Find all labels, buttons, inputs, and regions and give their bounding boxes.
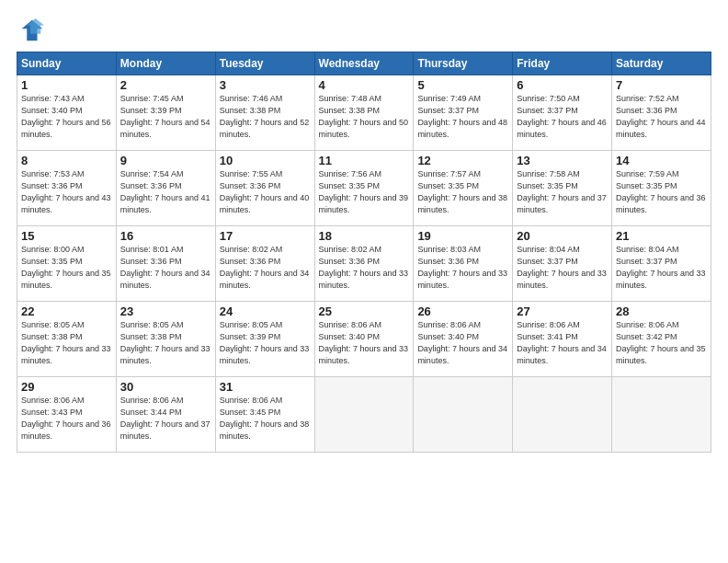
day-info: Sunrise: 7:52 AMSunset: 3:36 PMDaylight:… (616, 94, 706, 139)
day-cell: 17 Sunrise: 8:02 AMSunset: 3:36 PMDaylig… (215, 226, 314, 302)
day-number: 5 (417, 78, 508, 92)
day-number: 13 (517, 154, 608, 167)
day-cell: 19 Sunrise: 8:03 AMSunset: 3:36 PMDaylig… (414, 226, 513, 302)
day-number: 21 (616, 229, 707, 243)
day-cell: 13 Sunrise: 7:58 AMSunset: 3:35 PMDaylig… (513, 151, 612, 226)
day-info: Sunrise: 8:04 AMSunset: 3:37 PMDaylight:… (616, 245, 706, 290)
calendar-body: 1 Sunrise: 7:43 AMSunset: 3:40 PMDayligh… (17, 75, 711, 453)
day-number: 25 (319, 304, 410, 318)
day-cell (314, 377, 414, 453)
day-info: Sunrise: 7:45 AMSunset: 3:39 PMDaylight:… (120, 94, 210, 139)
page: SundayMondayTuesdayWednesdayThursdayFrid… (0, 0, 728, 563)
day-cell: 8 Sunrise: 7:53 AMSunset: 3:36 PMDayligh… (17, 151, 117, 226)
day-number: 31 (220, 380, 311, 394)
day-info: Sunrise: 7:43 AMSunset: 3:40 PMDaylight:… (21, 94, 111, 139)
week-row-1: 1 Sunrise: 7:43 AMSunset: 3:40 PMDayligh… (17, 75, 711, 151)
day-number: 15 (21, 229, 112, 243)
day-cell: 21 Sunrise: 8:04 AMSunset: 3:37 PMDaylig… (612, 226, 711, 302)
day-cell: 30 Sunrise: 8:06 AMSunset: 3:44 PMDaylig… (116, 377, 215, 453)
calendar-table: SundayMondayTuesdayWednesdayThursdayFrid… (17, 52, 711, 453)
day-number: 11 (319, 154, 410, 167)
day-info: Sunrise: 8:03 AMSunset: 3:36 PMDaylight:… (417, 245, 507, 290)
day-info: Sunrise: 7:56 AMSunset: 3:35 PMDaylight:… (319, 169, 409, 214)
day-number: 29 (21, 380, 112, 394)
weekday-header-row: SundayMondayTuesdayWednesdayThursdayFrid… (17, 52, 711, 75)
day-number: 28 (616, 304, 707, 318)
day-number: 9 (120, 154, 211, 167)
day-cell: 23 Sunrise: 8:05 AMSunset: 3:38 PMDaylig… (116, 302, 215, 377)
day-cell: 1 Sunrise: 7:43 AMSunset: 3:40 PMDayligh… (17, 75, 117, 151)
day-number: 6 (517, 78, 608, 92)
day-cell: 6 Sunrise: 7:50 AMSunset: 3:37 PMDayligh… (513, 75, 612, 151)
day-cell: 24 Sunrise: 8:05 AMSunset: 3:39 PMDaylig… (215, 302, 314, 377)
day-info: Sunrise: 7:53 AMSunset: 3:36 PMDaylight:… (21, 169, 111, 214)
day-info: Sunrise: 8:05 AMSunset: 3:39 PMDaylight:… (220, 320, 310, 365)
day-cell: 12 Sunrise: 7:57 AMSunset: 3:35 PMDaylig… (414, 151, 513, 226)
weekday-monday: Monday (116, 52, 215, 75)
week-row-4: 22 Sunrise: 8:05 AMSunset: 3:38 PMDaylig… (17, 302, 711, 377)
day-number: 27 (517, 304, 608, 318)
day-cell: 9 Sunrise: 7:54 AMSunset: 3:36 PMDayligh… (116, 151, 215, 226)
day-info: Sunrise: 8:05 AMSunset: 3:38 PMDaylight:… (21, 320, 111, 365)
day-number: 23 (120, 304, 211, 318)
day-number: 20 (517, 229, 608, 243)
day-info: Sunrise: 7:49 AMSunset: 3:37 PMDaylight:… (417, 94, 507, 139)
day-cell: 14 Sunrise: 7:59 AMSunset: 3:35 PMDaylig… (612, 151, 711, 226)
day-cell: 16 Sunrise: 8:01 AMSunset: 3:36 PMDaylig… (116, 226, 215, 302)
day-info: Sunrise: 8:06 AMSunset: 3:44 PMDaylight:… (120, 396, 210, 441)
day-cell: 29 Sunrise: 8:06 AMSunset: 3:43 PMDaylig… (17, 377, 117, 453)
week-row-3: 15 Sunrise: 8:00 AMSunset: 3:35 PMDaylig… (17, 226, 711, 302)
day-info: Sunrise: 7:59 AMSunset: 3:35 PMDaylight:… (616, 169, 706, 214)
day-number: 26 (417, 304, 508, 318)
day-info: Sunrise: 7:58 AMSunset: 3:35 PMDaylight:… (517, 169, 607, 214)
logo-icon (17, 17, 44, 44)
day-info: Sunrise: 8:04 AMSunset: 3:37 PMDaylight:… (517, 245, 607, 290)
day-cell: 4 Sunrise: 7:48 AMSunset: 3:38 PMDayligh… (314, 75, 414, 151)
day-cell: 7 Sunrise: 7:52 AMSunset: 3:36 PMDayligh… (612, 75, 711, 151)
day-info: Sunrise: 8:06 AMSunset: 3:43 PMDaylight:… (21, 396, 111, 441)
day-cell (612, 377, 711, 453)
day-info: Sunrise: 7:57 AMSunset: 3:35 PMDaylight:… (417, 169, 507, 214)
day-info: Sunrise: 8:06 AMSunset: 3:40 PMDaylight:… (319, 320, 409, 365)
day-cell: 2 Sunrise: 7:45 AMSunset: 3:39 PMDayligh… (116, 75, 215, 151)
week-row-5: 29 Sunrise: 8:06 AMSunset: 3:43 PMDaylig… (17, 377, 711, 453)
day-info: Sunrise: 8:05 AMSunset: 3:38 PMDaylight:… (120, 320, 210, 365)
day-cell (414, 377, 513, 453)
weekday-sunday: Sunday (17, 52, 117, 75)
day-cell: 10 Sunrise: 7:55 AMSunset: 3:36 PMDaylig… (215, 151, 314, 226)
week-row-2: 8 Sunrise: 7:53 AMSunset: 3:36 PMDayligh… (17, 151, 711, 226)
day-number: 12 (417, 154, 508, 167)
day-cell: 28 Sunrise: 8:06 AMSunset: 3:42 PMDaylig… (612, 302, 711, 377)
day-info: Sunrise: 8:06 AMSunset: 3:45 PMDaylight:… (220, 396, 310, 441)
day-info: Sunrise: 7:46 AMSunset: 3:38 PMDaylight:… (220, 94, 310, 139)
day-info: Sunrise: 7:54 AMSunset: 3:36 PMDaylight:… (120, 169, 210, 214)
day-cell (513, 377, 612, 453)
day-number: 24 (220, 304, 311, 318)
day-cell: 15 Sunrise: 8:00 AMSunset: 3:35 PMDaylig… (17, 226, 117, 302)
day-cell: 26 Sunrise: 8:06 AMSunset: 3:40 PMDaylig… (414, 302, 513, 377)
day-number: 16 (120, 229, 211, 243)
day-info: Sunrise: 8:02 AMSunset: 3:36 PMDaylight:… (220, 245, 310, 290)
logo (17, 17, 48, 44)
day-number: 17 (220, 229, 311, 243)
day-info: Sunrise: 7:48 AMSunset: 3:38 PMDaylight:… (319, 94, 409, 139)
day-info: Sunrise: 8:06 AMSunset: 3:42 PMDaylight:… (616, 320, 706, 365)
weekday-tuesday: Tuesday (215, 52, 314, 75)
day-info: Sunrise: 8:01 AMSunset: 3:36 PMDaylight:… (120, 245, 210, 290)
day-cell: 3 Sunrise: 7:46 AMSunset: 3:38 PMDayligh… (215, 75, 314, 151)
day-info: Sunrise: 8:02 AMSunset: 3:36 PMDaylight:… (319, 245, 409, 290)
day-number: 30 (120, 380, 211, 394)
day-cell: 11 Sunrise: 7:56 AMSunset: 3:35 PMDaylig… (314, 151, 414, 226)
weekday-saturday: Saturday (612, 52, 711, 75)
weekday-friday: Friday (513, 52, 612, 75)
day-number: 1 (21, 78, 112, 92)
day-number: 19 (417, 229, 508, 243)
weekday-thursday: Thursday (414, 52, 513, 75)
day-number: 14 (616, 154, 707, 167)
day-cell: 31 Sunrise: 8:06 AMSunset: 3:45 PMDaylig… (215, 377, 314, 453)
day-cell: 25 Sunrise: 8:06 AMSunset: 3:40 PMDaylig… (314, 302, 414, 377)
day-info: Sunrise: 7:50 AMSunset: 3:37 PMDaylight:… (517, 94, 607, 139)
day-info: Sunrise: 7:55 AMSunset: 3:36 PMDaylight:… (220, 169, 310, 214)
day-number: 2 (120, 78, 211, 92)
header (17, 17, 711, 44)
